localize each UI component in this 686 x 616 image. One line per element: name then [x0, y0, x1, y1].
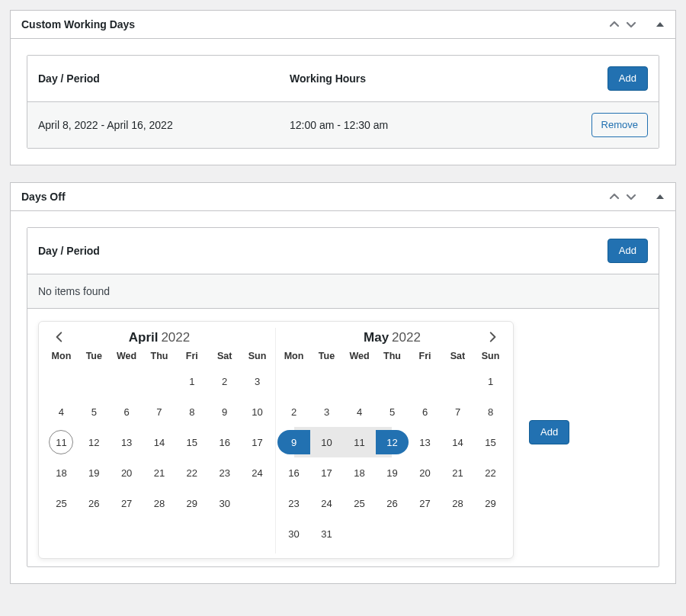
calendar-day[interactable]: 1	[474, 366, 507, 396]
calendar-day[interactable]: 12	[376, 427, 409, 457]
calendar-day[interactable]: 21	[143, 457, 176, 488]
calendar-day[interactable]: 27	[111, 488, 143, 518]
custom-working-days-header: Custom Working Days	[11, 11, 675, 39]
weekday-label: Sat	[208, 351, 241, 361]
calendar-day[interactable]: 30	[277, 518, 310, 549]
custom-working-days-panel: Custom Working Days Day / Period Working…	[10, 10, 676, 165]
calendar-day[interactable]: 30	[208, 488, 241, 518]
calendar-day[interactable]: 10	[241, 396, 274, 427]
calendar-day[interactable]: 8	[175, 396, 208, 427]
calendar-day[interactable]: 25	[343, 488, 376, 518]
calendar-day[interactable]: 19	[376, 457, 409, 488]
triangle-up-icon[interactable]	[656, 20, 665, 29]
calendar-day[interactable]: 23	[277, 488, 310, 518]
custom-working-days-body: Day / Period Working Hours Add April 8, …	[11, 39, 675, 165]
calendar-day-empty	[343, 366, 376, 396]
calendar-prev-icon[interactable]	[53, 330, 66, 344]
col-action-header: Add	[556, 66, 648, 91]
calendar-container: April 2022 MonTueWedThuFriSatSun 1234567…	[27, 308, 659, 566]
calendar-day[interactable]: 24	[241, 457, 274, 488]
weekdays-row: MonTueWedThuFriSatSun	[277, 348, 507, 366]
calendar-day[interactable]: 14	[143, 427, 176, 457]
calendar-day[interactable]: 20	[111, 457, 143, 488]
calendar-day-empty	[111, 366, 143, 396]
calendar-day[interactable]: 9	[208, 396, 241, 427]
calendar-day[interactable]: 26	[376, 488, 409, 518]
calendar-day[interactable]: 4	[343, 396, 376, 427]
weekday-label: Wed	[111, 351, 143, 361]
calendar-day[interactable]: 17	[310, 457, 343, 488]
calendar-day-empty	[277, 366, 310, 396]
calendar-day[interactable]: 9	[277, 427, 310, 457]
chevron-down-icon[interactable]	[625, 191, 637, 203]
month-header-right: May 2022	[277, 328, 507, 348]
weekday-label: Mon	[277, 351, 310, 361]
calendar-day[interactable]: 17	[241, 427, 274, 457]
weekday-label: Thu	[376, 351, 409, 361]
calendar-day[interactable]: 2	[208, 366, 241, 396]
calendar-day[interactable]: 2	[277, 396, 310, 427]
calendar-day[interactable]: 26	[78, 488, 111, 518]
calendar-day-empty	[441, 366, 474, 396]
panel-title: Custom Working Days	[21, 18, 135, 30]
weekday-label: Fri	[409, 351, 441, 361]
calendar-day[interactable]: 31	[310, 518, 343, 549]
chevron-up-icon[interactable]	[608, 18, 620, 30]
calendar-day[interactable]: 11	[45, 427, 78, 457]
weekday-label: Sat	[441, 351, 474, 361]
calendar-day[interactable]: 15	[175, 427, 208, 457]
calendar-add-container: Add	[529, 321, 569, 444]
chevron-up-icon[interactable]	[608, 191, 620, 203]
calendar-day[interactable]: 13	[111, 427, 143, 457]
calendar-day[interactable]: 22	[474, 457, 507, 488]
calendar-day[interactable]: 16	[277, 457, 310, 488]
calendar-day[interactable]: 20	[409, 457, 441, 488]
calendar-day[interactable]: 1	[175, 366, 208, 396]
calendar-day[interactable]: 24	[310, 488, 343, 518]
calendar-day[interactable]: 14	[441, 427, 474, 457]
calendar-day[interactable]: 28	[143, 488, 176, 518]
add-button[interactable]: Add	[607, 66, 648, 91]
calendar-day[interactable]: 23	[208, 457, 241, 488]
calendar-day[interactable]: 13	[409, 427, 441, 457]
weekday-label: Fri	[175, 351, 208, 361]
calendar-day[interactable]: 22	[175, 457, 208, 488]
weekday-label: Tue	[78, 351, 111, 361]
weekday-label: Sun	[474, 351, 507, 361]
calendar-day[interactable]: 7	[441, 396, 474, 427]
add-button[interactable]: Add	[607, 239, 648, 263]
calendar-day-empty	[310, 366, 343, 396]
remove-button[interactable]: Remove	[591, 113, 648, 137]
calendar-day[interactable]: 29	[474, 488, 507, 518]
calendar-day[interactable]: 18	[343, 457, 376, 488]
calendar-day[interactable]: 16	[208, 427, 241, 457]
calendar-day[interactable]: 10	[310, 427, 343, 457]
calendar-day[interactable]: 5	[78, 396, 111, 427]
calendar-add-button[interactable]: Add	[529, 420, 569, 444]
chevron-down-icon[interactable]	[625, 18, 637, 30]
calendar-day[interactable]: 8	[474, 396, 507, 427]
calendar-day[interactable]: 18	[45, 457, 78, 488]
weekday-label: Wed	[343, 351, 376, 361]
calendar-day[interactable]: 15	[474, 427, 507, 457]
calendar-day[interactable]: 3	[241, 366, 274, 396]
calendar-day[interactable]: 6	[111, 396, 143, 427]
calendar-next-icon[interactable]	[486, 330, 499, 344]
calendar-day[interactable]: 4	[45, 396, 78, 427]
table-header-row: Day / Period Working Hours Add	[27, 56, 659, 101]
calendar-day[interactable]: 3	[310, 396, 343, 427]
calendar-day[interactable]: 19	[78, 457, 111, 488]
calendar-day[interactable]: 12	[78, 427, 111, 457]
calendar-day[interactable]: 21	[441, 457, 474, 488]
calendar-day[interactable]: 11	[343, 427, 376, 457]
calendar-day[interactable]: 7	[143, 396, 176, 427]
svg-marker-0	[656, 22, 664, 27]
weekday-label: Thu	[143, 351, 176, 361]
triangle-up-icon[interactable]	[656, 192, 665, 201]
calendar-day[interactable]: 6	[409, 396, 441, 427]
calendar-day[interactable]: 5	[376, 396, 409, 427]
calendar-day[interactable]: 25	[45, 488, 78, 518]
calendar-day[interactable]: 28	[441, 488, 474, 518]
calendar-day[interactable]: 29	[175, 488, 208, 518]
calendar-day[interactable]: 27	[409, 488, 441, 518]
